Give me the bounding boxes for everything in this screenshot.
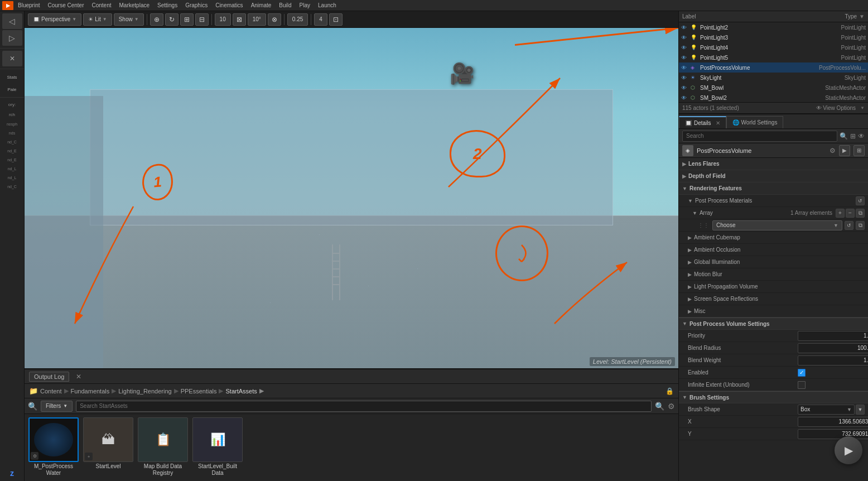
infinite-checkbox[interactable]	[798, 381, 806, 389]
brush-shape-select[interactable]: Box ▼	[798, 405, 855, 415]
section-ppvs-header[interactable]: ▼ Post Process Volume Settings	[679, 318, 868, 330]
outliner-item-postprocessvolume[interactable]: 👁 ◈ PostProcessVolume PostProcessVolu...	[679, 62, 868, 73]
outliner-item-smbowl2[interactable]: 👁 ⬡ SM_Bowl2 StaticMeshActor	[679, 93, 868, 102]
breadcrumb-startassets[interactable]: StartAssets	[225, 388, 257, 395]
section-global-illumination[interactable]: ▶ Global Illumination	[679, 256, 868, 268]
filters-btn[interactable]: Filters ▼	[41, 401, 73, 412]
breadcrumb-lighting[interactable]: Lighting_Rendering	[118, 388, 171, 395]
viewport-3d[interactable]: 🎥 · · · · · ·	[25, 28, 678, 368]
asset-item-startlevel-built[interactable]: 📊 StartLevel_BuiltData	[192, 417, 243, 477]
asset-item-mapbuild[interactable]: 📋 Map Build DataRegistry	[137, 417, 189, 477]
menu-item-launch[interactable]: Launch	[315, 2, 340, 8]
menu-item-blueprint[interactable]: Blueprint	[15, 2, 43, 8]
grid-size-input[interactable]: 10	[215, 13, 231, 26]
choose-more-btn[interactable]: ⧉	[856, 221, 865, 230]
choose-btn[interactable]: Choose ▼	[712, 220, 842, 230]
array-item-drag-icon[interactable]: ⋮⋮	[698, 222, 709, 228]
obj-settings-icon[interactable]: ⚙	[830, 147, 836, 155]
close-output-log-btn[interactable]: ✕	[76, 373, 81, 381]
sidebar-icon-arrow[interactable]: ◁	[2, 13, 22, 29]
sidebar-icon-expand[interactable]: ▷	[2, 30, 22, 46]
details-list-view-icon[interactable]: ⊞	[850, 132, 856, 140]
section-light-propagation[interactable]: ▶ Light Propagation Volume	[679, 281, 868, 293]
array-expand-icon[interactable]: ▼	[692, 210, 697, 216]
eye-icon-ppv[interactable]: 👁	[681, 65, 689, 71]
details-search-input[interactable]	[682, 131, 837, 142]
output-log-tab[interactable]: Output Log	[29, 372, 69, 382]
blend-radius-input[interactable]	[798, 343, 868, 353]
details-search-icon[interactable]: 🔍	[840, 132, 848, 140]
outliner-item-pointlight3[interactable]: 👁 💡 PointLight3 PointLight	[679, 32, 868, 42]
x-input[interactable]	[798, 417, 868, 427]
y-input[interactable]	[798, 429, 868, 439]
content-search-input[interactable]	[76, 401, 652, 412]
array-remove-btn[interactable]: −	[846, 209, 855, 218]
section-lens-flares[interactable]: ▶ Lens Flares	[679, 158, 868, 170]
sidebar-search-icon[interactable]: rch	[2, 110, 22, 119]
asset-item-m-postprocess[interactable]: ⚙ M_PostProcessWater	[28, 417, 79, 477]
section-ssr[interactable]: ▶ Screen Space Reflections	[679, 293, 868, 305]
details-tab-details[interactable]: 🔲 Details ✕	[679, 116, 726, 128]
details-tab-close-btn[interactable]: ✕	[716, 120, 720, 126]
asset-item-startlevel[interactable]: 🏔 + StartLevel	[83, 417, 134, 470]
menu-item-content[interactable]: Content	[89, 2, 115, 8]
view-options-btn[interactable]: 👁 View Options	[816, 105, 856, 111]
array-add-btn[interactable]: +	[836, 209, 845, 218]
enabled-checkbox[interactable]: ✓	[798, 369, 806, 377]
obj-action-btn-2[interactable]: ⊞	[853, 145, 865, 156]
eye-icon-bowl[interactable]: 👁	[681, 85, 689, 91]
section-ambient-occlusion[interactable]: ▶ Ambient Occlusion	[679, 244, 868, 256]
show-dropdown-btn[interactable]: Show ▼	[114, 13, 144, 26]
viewport-btn-grid2[interactable]: ⊠	[233, 13, 246, 26]
section-motion-blur[interactable]: ▶ Motion Blur	[679, 268, 868, 281]
eye-icon-pl2[interactable]: 👁	[681, 25, 689, 31]
viewport-btn-scale[interactable]: ⊞	[180, 13, 194, 26]
outliner-item-skylight[interactable]: 👁 ☀ SkyLight SkyLight	[679, 73, 868, 83]
menu-item-build[interactable]: Build	[276, 2, 295, 8]
breadcrumb-lock-icon[interactable]: 🔒	[666, 387, 674, 395]
perspective-dropdown-btn[interactable]: 🔲 Perspective ▼	[28, 13, 81, 26]
eye-icon-pl3[interactable]: 👁	[681, 35, 689, 41]
menu-logo[interactable]: ▶	[2, 1, 13, 10]
details-tab-world[interactable]: 🌐 World Settings	[726, 116, 784, 128]
content-settings-icon[interactable]: ⚙	[668, 402, 675, 411]
brush-shape-dropdown-btn[interactable]: ▼	[856, 405, 865, 415]
viewport-btn-snap[interactable]: ⊕	[150, 13, 163, 26]
move-input[interactable]: 0.25	[287, 13, 308, 26]
menu-item-cinematics[interactable]: Cinematics	[212, 2, 246, 8]
section-ppm-header[interactable]: ▼ Post Process Materials ↺	[679, 195, 868, 207]
menu-item-coursecenter[interactable]: Course Center	[44, 2, 87, 8]
outliner-item-smbowl[interactable]: 👁 ⬡ SM_Bowl StaticMeshActor	[679, 83, 868, 93]
section-misc[interactable]: ▶ Misc	[679, 305, 868, 318]
array-copy-btn[interactable]: ⧉	[856, 209, 865, 218]
eye-icon-pl5[interactable]: 👁	[681, 55, 689, 61]
eye-icon-sky[interactable]: 👁	[681, 75, 689, 81]
details-eye-icon[interactable]: 👁	[858, 132, 865, 140]
section-rendering-features-header[interactable]: ▼ Rendering Features	[679, 182, 868, 195]
menu-item-animate[interactable]: Animate	[248, 2, 275, 8]
section-depth-of-field[interactable]: ▶ Depth of Field	[679, 170, 868, 182]
priority-input[interactable]	[798, 331, 868, 341]
outliner-item-pointlight2[interactable]: 👁 💡 PointLight2 PointLight	[679, 22, 868, 32]
viewport-btn-rotate[interactable]: ↻	[165, 13, 179, 26]
viewport-btn-rot2[interactable]: ⊗	[268, 13, 281, 26]
menu-item-graphics[interactable]: Graphics	[182, 2, 211, 8]
breadcrumb-more-btn[interactable]: ▶	[259, 387, 264, 395]
menu-item-marketplace[interactable]: Marketplace	[116, 2, 153, 8]
lit-dropdown-btn[interactable]: ☀ Lit ▼	[83, 13, 112, 26]
menu-item-settings[interactable]: Settings	[154, 2, 181, 8]
breadcrumb-content[interactable]: Content	[40, 388, 62, 395]
choose-reset-btn[interactable]: ↺	[845, 221, 853, 230]
rotation-input[interactable]: 10°	[248, 13, 266, 26]
viewport-btn-grid[interactable]: ⊟	[195, 13, 209, 26]
obj-action-btn-1[interactable]: ▶	[839, 145, 850, 156]
sidebar-icon-close-x[interactable]: ✕	[2, 51, 22, 66]
sidebar-stats-icon[interactable]: Stats	[2, 71, 22, 83]
sidebar-pale-icon[interactable]: Pale	[2, 84, 22, 95]
ppm-reset-btn[interactable]: ↺	[856, 196, 865, 205]
eye-icon-pl4[interactable]: 👁	[681, 45, 689, 51]
search-submit-icon[interactable]: 🔍	[655, 402, 664, 411]
outliner-chevron-icon[interactable]: ▼	[859, 13, 865, 20]
menu-item-play[interactable]: Play	[296, 2, 314, 8]
breadcrumb-fundamentals[interactable]: Fundamentals	[71, 388, 110, 395]
